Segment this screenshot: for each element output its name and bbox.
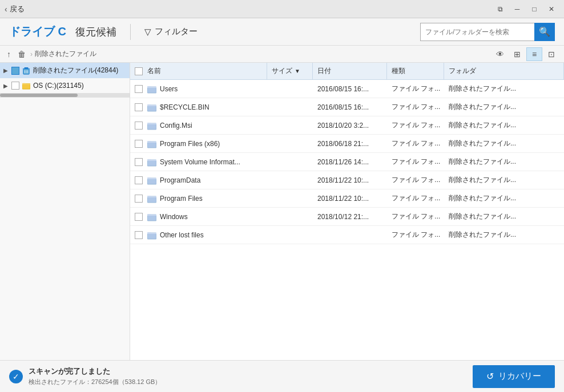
table-row[interactable]: $RECYCLE.BIN 2016/08/15 16:... ファイル フォ..… — [130, 98, 564, 116]
file-name-cell: Users — [130, 80, 267, 98]
file-list-body: Users 2016/08/15 16:... ファイル フォ... 削除された… — [130, 80, 564, 360]
file-type: ファイル フォ... — [392, 102, 440, 112]
minimize-window-button[interactable]: ─ — [509, 3, 525, 15]
table-row[interactable]: Other lost files ファイル フォ... 削除されたファイル... — [130, 226, 564, 244]
file-date: 2018/11/22 10:... — [317, 176, 369, 184]
row-checkbox[interactable] — [135, 213, 143, 221]
view-list-button[interactable]: ≡ — [526, 47, 542, 61]
row-checkbox[interactable] — [135, 140, 143, 148]
file-folder: 削除されたファイル... — [449, 120, 516, 130]
file-name-cell: $RECYCLE.BIN — [130, 98, 267, 116]
file-name: ProgramData — [160, 176, 200, 184]
sidebar-item-deleted-files[interactable]: ▶ 削除されたファイル(42844) — [0, 63, 130, 78]
file-date-cell: 2018/11/22 10:... — [313, 189, 387, 207]
row-checkbox[interactable] — [135, 231, 143, 239]
file-size-cell — [267, 189, 313, 207]
header-size[interactable]: サイズ ▼ — [267, 63, 313, 79]
file-type: ファイル フォ... — [392, 193, 440, 203]
recovery-button[interactable]: ↺ リカバリー — [473, 365, 555, 388]
delete-button[interactable]: 🗑 — [15, 50, 28, 59]
file-date-cell — [313, 226, 387, 244]
file-name: Program Files — [160, 195, 203, 203]
view-grid-button[interactable]: ⊞ — [509, 47, 525, 61]
row-checkbox[interactable] — [135, 176, 143, 184]
row-checkbox[interactable] — [135, 122, 143, 130]
status-text-area: スキャンが完了しました 検出されたファイル：276254個（538.12 GB） — [29, 366, 473, 386]
file-folder: 削除されたファイル... — [449, 230, 516, 240]
header-folder[interactable]: フォルダ — [444, 63, 564, 79]
file-type: ファイル フォ... — [392, 230, 440, 240]
file-name-cell: Program Files (x86) — [130, 135, 267, 152]
header-type[interactable]: 種類 — [387, 63, 444, 79]
file-folder-cell: 削除されたファイル... — [444, 116, 564, 134]
sidebar-horizontal-scrollbar[interactable] — [0, 93, 130, 98]
row-checkbox[interactable] — [135, 195, 143, 203]
breadcrumb-separator: › — [30, 50, 33, 58]
restore-window-button[interactable]: ⧉ — [492, 3, 508, 15]
file-date-cell: 2018/10/20 3:2... — [313, 116, 387, 134]
table-row[interactable]: System Volume Informat... 2018/11/26 14:… — [130, 153, 564, 171]
file-date-cell: 2018/06/18 21:... — [313, 135, 387, 152]
table-row[interactable]: Program Files (x86) 2018/06/18 21:... ファ… — [130, 135, 564, 153]
expand-icon-os: ▶ — [3, 83, 11, 89]
view-eye-button[interactable]: 👁 — [492, 47, 508, 61]
file-date: 2016/08/15 16:... — [317, 85, 369, 93]
file-type: ファイル フォ... — [392, 139, 440, 148]
breadcrumb-path: 削除されたファイル — [35, 49, 96, 59]
file-date: 2018/10/20 3:2... — [317, 122, 369, 130]
back-label: 戻る — [10, 4, 25, 14]
table-row[interactable]: Config.Msi 2018/10/20 3:2... ファイル フォ... … — [130, 116, 564, 135]
sidebar-item-os-drive[interactable]: ▶ OS (C:)(231145) — [0, 78, 130, 93]
file-name: Users — [160, 85, 178, 93]
filter-button[interactable]: ▽ フィルター — [144, 26, 198, 37]
file-type: ファイル フォ... — [392, 212, 440, 221]
search-input[interactable] — [420, 23, 534, 41]
recovery-label: 復元候補 — [75, 25, 116, 39]
search-button[interactable]: 🔍 — [534, 23, 555, 41]
table-row[interactable]: Users 2016/08/15 16:... ファイル フォ... 削除された… — [130, 80, 564, 98]
file-type: ファイル フォ... — [392, 157, 440, 167]
file-type: ファイル フォ... — [392, 84, 440, 94]
file-list-header: 名前 サイズ ▼ 日付 種類 フォルダ — [130, 63, 564, 80]
table-row[interactable]: Program Files 2018/11/22 10:... ファイル フォ.… — [130, 189, 564, 208]
back-chevron-icon: ‹ — [5, 5, 7, 14]
file-type-cell: ファイル フォ... — [387, 226, 444, 244]
checkbox-os[interactable] — [11, 82, 19, 90]
maximize-window-button[interactable]: □ — [526, 3, 542, 15]
header-name[interactable]: 名前 — [130, 63, 267, 79]
file-date: 2018/11/26 14:... — [317, 158, 369, 166]
sort-arrow-size: ▼ — [295, 68, 300, 74]
trash-icon — [22, 66, 31, 75]
file-date: 2018/11/22 10:... — [317, 195, 369, 203]
table-row[interactable]: ProgramData 2018/11/22 10:... ファイル フォ...… — [130, 171, 564, 189]
recovery-icon: ↺ — [486, 371, 494, 382]
file-date-cell: 2018/10/12 21:... — [313, 208, 387, 225]
file-folder: 削除されたファイル... — [449, 193, 516, 203]
file-size-cell — [267, 135, 313, 152]
file-folder: 削除されたファイル... — [449, 102, 516, 112]
header-checkbox[interactable] — [135, 67, 143, 75]
file-type-cell: ファイル フォ... — [387, 98, 444, 116]
row-checkbox[interactable] — [135, 103, 143, 111]
file-folder: 削除されたファイル... — [449, 212, 516, 221]
close-window-button[interactable]: ✕ — [543, 3, 559, 15]
file-size-cell — [267, 153, 313, 171]
navigate-up-button[interactable]: ↑ — [5, 50, 13, 59]
row-checkbox[interactable] — [135, 158, 143, 166]
file-date: 2016/08/15 16:... — [317, 103, 369, 111]
header-date[interactable]: 日付 — [313, 63, 387, 79]
table-row[interactable]: Windows 2018/10/12 21:... ファイル フォ... 削除さ… — [130, 208, 564, 226]
status-detail: 検出されたファイル：276254個（538.12 GB） — [29, 378, 473, 386]
view-detail-button[interactable]: ⊡ — [543, 47, 559, 61]
file-size-cell — [267, 208, 313, 225]
file-name: Windows — [160, 213, 188, 221]
file-name-cell: Windows — [130, 208, 267, 225]
file-list-area: 名前 サイズ ▼ 日付 種類 フォルダ Users — [130, 63, 564, 360]
row-checkbox[interactable] — [135, 85, 143, 93]
file-size-cell — [267, 171, 313, 189]
file-name: Other lost files — [160, 231, 204, 239]
checkbox-deleted[interactable] — [11, 67, 19, 75]
back-button[interactable]: ‹ 戻る — [5, 4, 25, 14]
filter-label: フィルター — [155, 26, 198, 37]
file-type-cell: ファイル フォ... — [387, 189, 444, 207]
